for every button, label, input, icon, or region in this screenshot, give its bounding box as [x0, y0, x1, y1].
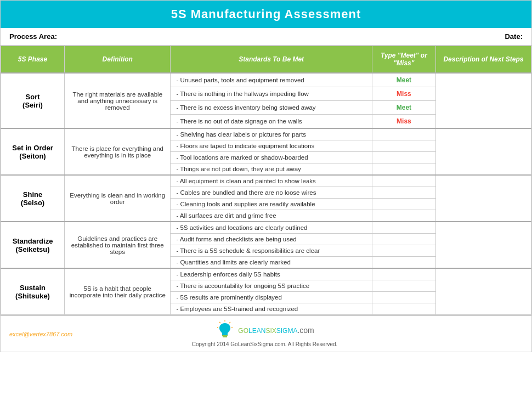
meet-miss-cell: Meet	[372, 101, 435, 115]
svg-rect-1	[222, 335, 228, 336]
next-steps-cell-3	[435, 222, 531, 268]
standard-cell: - There is accountability for ongoing 5S…	[171, 280, 372, 292]
page-wrapper: 5S Manufacturing Assessment Process Area…	[0, 0, 532, 352]
standard-cell: - Leadership enforces daily 5S habits	[171, 268, 372, 280]
meet-miss-cell	[372, 280, 435, 292]
th-next-steps: Description of Next Steps	[435, 46, 531, 74]
table-row: Sustain(Shitsuke)5S is a habit that peop…	[1, 268, 531, 280]
standard-cell: - Audit forms and checklists are being u…	[171, 234, 372, 245]
standard-cell: - Cleaning tools and supplies are readil…	[171, 199, 372, 210]
process-area-label: Process Area:	[9, 32, 57, 41]
footer-logo: GOLEANSIXSIGMA.com	[215, 320, 314, 340]
definition-cell-1: There is place for everything and everyt…	[65, 128, 171, 175]
phase-cell-1: Set in Order(Seiton)	[1, 128, 65, 175]
th-phase: 5S Phase	[1, 46, 65, 74]
meet-miss-cell: Miss	[372, 115, 435, 129]
standard-cell: - Floors are taped to indicate equipment…	[171, 140, 372, 152]
assessment-table: 5S Phase Definition Standards To Be Met …	[1, 46, 531, 315]
th-definition: Definition	[65, 46, 171, 74]
standard-cell: - All surfaces are dirt and grime free	[171, 210, 372, 222]
meet-miss-cell	[372, 128, 435, 140]
standard-cell: - Quantities and limits are clearly mark…	[171, 257, 372, 269]
next-steps-cell-1	[435, 128, 531, 175]
meet-miss-cell	[372, 152, 435, 163]
logo-lean: LEAN	[248, 327, 265, 335]
standard-cell: - There is a 5S schedule & responsibilit…	[171, 245, 372, 257]
bulb-icon	[215, 320, 235, 340]
th-meet-miss: Type "Meet" or "Miss"	[372, 46, 435, 74]
meta-row: Process Area: Date:	[1, 28, 531, 46]
meet-miss-cell	[372, 210, 435, 222]
definition-cell-2: Everything is clean and in working order	[65, 175, 171, 222]
standard-cell: - Employees are 5S-trained and recognize…	[171, 303, 372, 315]
meet-miss-cell	[372, 199, 435, 210]
footer: excel@vertex7867.com GOLEANSIXSIGMA.com	[1, 315, 531, 352]
phase-cell-2: Shine(Seiso)	[1, 175, 65, 222]
standard-cell: - 5S results are prominently displayed	[171, 292, 372, 303]
meet-miss-cell	[372, 245, 435, 257]
logo-six: SIX	[265, 327, 276, 335]
th-standards: Standards To Be Met	[171, 46, 372, 74]
standard-cell: - Shelving has clear labels or pictures …	[171, 128, 372, 140]
next-steps-cell-2	[435, 175, 531, 222]
standard-cell: - Unused parts, tools and equipment remo…	[171, 73, 372, 87]
meet-miss-cell	[372, 187, 435, 199]
svg-rect-2	[223, 336, 227, 337]
meet-miss-cell	[372, 257, 435, 269]
meet-miss-cell	[372, 140, 435, 152]
meet-miss-cell	[372, 234, 435, 245]
logo-sigma: SIGMA	[276, 327, 298, 335]
phase-cell-0: Sort(Seiri)	[1, 73, 65, 128]
footer-center: GOLEANSIXSIGMA.com Copyright 2014 GoLean…	[192, 320, 338, 347]
meet-miss-cell	[372, 175, 435, 187]
meet-miss-cell: Miss	[372, 87, 435, 101]
meet-miss-cell	[372, 222, 435, 234]
svg-line-5	[229, 322, 230, 323]
logo-com: .com	[297, 326, 314, 335]
next-steps-cell-0	[435, 73, 531, 128]
table-header-row: 5S Phase Definition Standards To Be Met …	[1, 46, 531, 74]
table-row: Set in Order(Seiton)There is place for e…	[1, 128, 531, 140]
footer-copyright: Copyright 2014 GoLeanSixSigma.com. All R…	[192, 341, 338, 347]
standard-cell: - There is no out of date signage on the…	[171, 115, 372, 129]
standard-cell: - Things are not put down, they are put …	[171, 163, 372, 176]
standard-cell: - There is nothing in the hallways imped…	[171, 87, 372, 101]
standard-cell: - 5S activities and locations are clearl…	[171, 222, 372, 234]
table-container: 5S Phase Definition Standards To Be Met …	[1, 46, 531, 315]
table-row: Shine(Seiso)Everything is clean and in w…	[1, 175, 531, 187]
meet-miss-cell	[372, 268, 435, 280]
phase-cell-3: Standardize(Seiketsu)	[1, 222, 65, 268]
svg-line-4	[219, 322, 220, 323]
footer-watermark: excel@vertex7867.com	[9, 331, 72, 337]
standard-cell: - There is no excess inventory being sto…	[171, 101, 372, 115]
meet-miss-cell: Meet	[372, 73, 435, 87]
standard-cell: - Tool locations are marked or shadow-bo…	[171, 152, 372, 163]
next-steps-cell-4	[435, 268, 531, 315]
definition-cell-0: The right materials are available and an…	[65, 73, 171, 128]
definition-cell-4: 5S is a habit that people incorporate in…	[65, 268, 171, 315]
logo-go: GO	[238, 327, 248, 335]
title-bar: 5S Manufacturing Assessment	[1, 1, 531, 28]
standard-cell: - All equipment is clean and painted to …	[171, 175, 372, 187]
meet-miss-cell	[372, 163, 435, 176]
meet-miss-cell	[372, 292, 435, 303]
table-row: Sort(Seiri)The right materials are avail…	[1, 73, 531, 87]
meet-miss-cell	[372, 303, 435, 315]
page-title: 5S Manufacturing Assessment	[5, 7, 527, 21]
table-body: Sort(Seiri)The right materials are avail…	[1, 73, 531, 315]
logo-text: GOLEANSIXSIGMA.com	[238, 326, 314, 335]
table-row: Standardize(Seiketsu)Guidelines and prac…	[1, 222, 531, 234]
standard-cell: - Cables are bundled and there are no lo…	[171, 187, 372, 199]
date-label: Date:	[505, 32, 523, 41]
definition-cell-3: Guidelines and practices are established…	[65, 222, 171, 268]
phase-cell-4: Sustain(Shitsuke)	[1, 268, 65, 315]
